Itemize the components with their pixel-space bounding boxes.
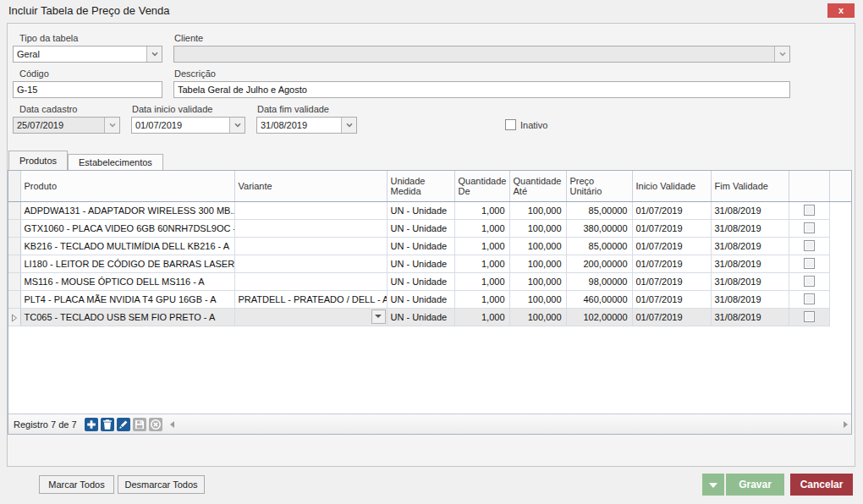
cell-fim[interactable]: 31/08/2019: [711, 272, 789, 290]
row-checkbox[interactable]: [804, 240, 815, 251]
cell-qtd-de[interactable]: 1,000: [454, 219, 509, 237]
cell-variante[interactable]: [234, 201, 387, 219]
cell-inicio[interactable]: 01/07/2019: [632, 272, 711, 290]
table-row[interactable]: LI180 - LEITOR DE CÓDIGO DE BARRAS LASER…: [8, 255, 851, 272]
desmarcar-todos-button[interactable]: Desmarcar Todos: [118, 475, 205, 494]
cell-unidade[interactable]: UN - Unidade: [387, 308, 454, 326]
cell-produto[interactable]: TC065 - TECLADO USB SEM FIO PRETO - A: [20, 308, 234, 326]
cell-unidade[interactable]: UN - Unidade: [387, 290, 454, 308]
row-checkbox[interactable]: [804, 205, 815, 216]
codigo-input[interactable]: [13, 81, 162, 98]
marcar-todos-button[interactable]: Marcar Todos: [39, 475, 114, 494]
tipo-tabela-select[interactable]: Geral: [13, 46, 162, 63]
edit-icon[interactable]: [117, 418, 130, 431]
cell-inicio[interactable]: 01/07/2019: [632, 237, 711, 255]
cell-qtd-ate[interactable]: 100,000: [509, 255, 566, 272]
table-row[interactable]: GTX1060 - PLACA VIDEO 6GB 60NRH7DSL9OC -…: [8, 219, 851, 237]
cell-qtd-de[interactable]: 1,000: [454, 290, 509, 308]
add-icon[interactable]: [85, 418, 98, 431]
cell-qtd-de[interactable]: 1,000: [454, 308, 509, 326]
data-inicio-validade-select[interactable]: 01/07/2019: [131, 117, 245, 134]
cell-unidade[interactable]: UN - Unidade: [387, 272, 454, 290]
cell-qtd-ate[interactable]: 100,000: [509, 237, 566, 255]
cancelar-button[interactable]: Cancelar: [790, 474, 853, 496]
row-selector[interactable]: [8, 272, 20, 290]
row-selector[interactable]: [8, 237, 20, 255]
delete-icon[interactable]: [101, 418, 114, 431]
table-row[interactable]: ADPDWA131 - ADAPTADOR WIRELESS 300 MB...…: [8, 201, 851, 219]
cell-qtd-de[interactable]: 1,000: [454, 201, 509, 219]
tab-produtos[interactable]: Produtos: [8, 151, 68, 170]
cell-inicio[interactable]: 01/07/2019: [632, 219, 711, 237]
cell-inicio[interactable]: 01/07/2019: [632, 255, 711, 272]
cell-qtd-ate[interactable]: 100,000: [509, 272, 566, 290]
header-fim-validade[interactable]: Fim Validade: [711, 171, 789, 201]
row-selector[interactable]: [8, 308, 20, 326]
cell-inicio[interactable]: 01/07/2019: [632, 290, 711, 308]
cell-inicio[interactable]: 01/07/2019: [632, 201, 711, 219]
cell-preco[interactable]: 200,00000: [566, 255, 632, 272]
row-selector[interactable]: [8, 219, 20, 237]
cell-qtd-de[interactable]: 1,000: [454, 237, 509, 255]
row-checkbox[interactable]: [804, 276, 815, 287]
cell-qtd-ate[interactable]: 100,000: [509, 219, 566, 237]
cell-produto[interactable]: MS116 - MOUSE ÓPTICO DELL MS116 - A: [20, 272, 234, 290]
row-selector[interactable]: [8, 255, 20, 272]
cell-preco[interactable]: 85,00000: [566, 237, 632, 255]
row-checkbox[interactable]: [804, 311, 815, 322]
row-checkbox[interactable]: [804, 222, 815, 233]
cell-variante[interactable]: [234, 255, 387, 272]
cell-produto[interactable]: LI180 - LEITOR DE CÓDIGO DE BARRAS LASER…: [20, 255, 234, 272]
cell-produto[interactable]: ADPDWA131 - ADAPTADOR WIRELESS 300 MB...: [20, 201, 234, 219]
chevron-down-icon[interactable]: [146, 47, 162, 62]
cell-variante[interactable]: [234, 219, 387, 237]
cell-unidade[interactable]: UN - Unidade: [387, 237, 454, 255]
cell-qtd-ate[interactable]: 100,000: [509, 308, 566, 326]
cell-unidade[interactable]: UN - Unidade: [387, 219, 454, 237]
cell-produto[interactable]: GTX1060 - PLACA VIDEO 6GB 60NRH7DSL9OC -…: [20, 219, 234, 237]
cell-fim[interactable]: 31/08/2019: [711, 237, 789, 255]
cell-preco[interactable]: 98,00000: [566, 272, 632, 290]
inativo-checkbox[interactable]: [505, 119, 516, 130]
cell-preco[interactable]: 102,00000: [566, 308, 632, 326]
cell-preco[interactable]: 380,00000: [566, 219, 632, 237]
cell-qtd-de[interactable]: 1,000: [454, 272, 509, 290]
cell-qtd-ate[interactable]: 100,000: [509, 290, 566, 308]
chevron-down-icon[interactable]: [341, 118, 356, 133]
cell-fim[interactable]: 31/08/2019: [711, 308, 789, 326]
cell-unidade[interactable]: UN - Unidade: [387, 255, 454, 272]
cell-produto[interactable]: PLT4 - PLACA MÃE NVIDIA T4 GPU 16GB - A: [20, 290, 234, 308]
tab-estabelecimentos[interactable]: Estabelecimentos: [68, 154, 163, 170]
cell-preco[interactable]: 85,00000: [566, 201, 632, 219]
row-checkbox[interactable]: [804, 293, 815, 304]
scroll-left-icon[interactable]: [170, 421, 174, 428]
scroll-right-icon[interactable]: [844, 421, 848, 428]
cell-fim[interactable]: 31/08/2019: [711, 201, 789, 219]
cell-fim[interactable]: 31/08/2019: [711, 219, 789, 237]
cell-variante[interactable]: [234, 308, 387, 326]
cell-fim[interactable]: 31/08/2019: [711, 255, 789, 272]
header-inicio-validade[interactable]: Inicio Validade: [632, 171, 711, 201]
cell-variante[interactable]: PRATDELL - PRATEADO / DELL - A: [234, 290, 387, 308]
header-variante[interactable]: Variante: [234, 171, 387, 201]
descricao-input[interactable]: [173, 81, 790, 98]
gravar-button[interactable]: Gravar: [726, 474, 784, 496]
cell-qtd-de[interactable]: 1,000: [454, 255, 509, 272]
cell-unidade[interactable]: UN - Unidade: [387, 201, 454, 219]
header-unidade-medida[interactable]: Unidade Medida: [387, 171, 454, 201]
header-quantidade-ate[interactable]: Quantidade Até: [509, 171, 566, 201]
cell-variante[interactable]: [234, 272, 387, 290]
table-row[interactable]: KB216 - TECLADO MULTIMÍDIA DELL KB216 - …: [8, 237, 851, 255]
chevron-down-icon[interactable]: [229, 118, 245, 133]
row-checkbox[interactable]: [804, 258, 815, 269]
cell-inicio[interactable]: 01/07/2019: [632, 308, 711, 326]
data-fim-validade-select[interactable]: 31/08/2019: [256, 117, 357, 134]
gravar-dropdown-button[interactable]: [702, 474, 724, 496]
cell-preco[interactable]: 460,00000: [566, 290, 632, 308]
cell-qtd-ate[interactable]: 100,000: [509, 201, 566, 219]
table-row[interactable]: PLT4 - PLACA MÃE NVIDIA T4 GPU 16GB - AP…: [8, 290, 851, 308]
cell-fim[interactable]: 31/08/2019: [711, 290, 789, 308]
cell-variante[interactable]: [234, 237, 387, 255]
header-quantidade-de[interactable]: Quantidade De: [454, 171, 509, 201]
table-row[interactable]: TC065 - TECLADO USB SEM FIO PRETO - AUN …: [8, 308, 851, 326]
